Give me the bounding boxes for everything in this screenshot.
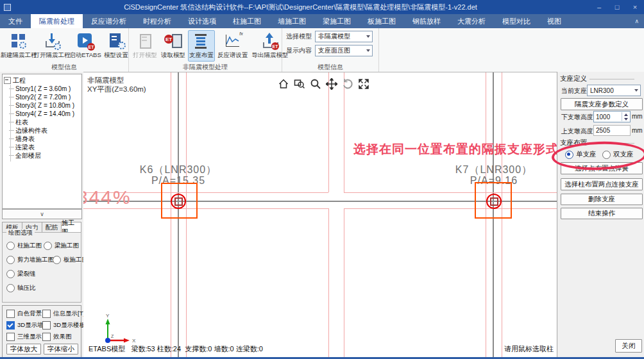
open-model-icon [136,32,154,50]
axis-y-label: Y [106,313,110,319]
ribbon-pin-icon[interactable]: ∧ [629,14,644,28]
open-isolation-project-button[interactable]: 打开隔震工程 [36,30,68,62]
menu-item-wall-drawing[interactable]: 墙施工图 [269,14,314,28]
checkbox-3d-view[interactable]: 三维显示 [6,333,42,341]
menu-item-column-drawing[interactable]: 柱施工图 [225,14,269,28]
view-options-group: 白色背景 信息显示[T] 3D显示墙 3D显示楼板 三维显示 效果图 字体放大 … [2,305,81,358]
draw-options-group: 绘图选项 柱施工图 梁施工图 剪力墙施工图 板施工图 梁裂缝 轴压比 [2,232,81,303]
tree-item-story3[interactable]: Story3( Z = 10.80m ) [3,101,81,110]
current-bearing-dropdown[interactable]: LNR300 [587,85,641,96]
close-window-button[interactable]: × [626,0,644,14]
export-model-icon: ET [261,32,279,50]
chevron-down-icon [634,89,638,92]
bearing-cross-icon: + [492,199,495,204]
menu-item-model-compare[interactable]: 模型对比 [494,14,539,28]
open-model-button: 打开模型 [131,30,158,62]
checkbox-info-display[interactable]: 信息显示[T] [42,310,85,318]
tree-collapse-icon[interactable] [4,77,11,84]
menu-item-large-earthquake[interactable]: 大震分析 [449,14,494,28]
chevron-down-icon [366,35,370,38]
checkbox-white-background[interactable]: 白色背景 [6,310,42,318]
menu-item-isolation-preprocess[interactable]: 隔震前处理 [31,14,83,28]
new-isolation-project-button[interactable]: 新建隔震工程 [3,30,35,62]
model-settings-button[interactable]: 模型设置 [103,30,130,62]
menu-item-view[interactable]: 视图 [539,14,570,28]
tab-construction-drawing[interactable]: 施工图 [62,222,81,233]
spectrum-settings-icon: fx [224,32,242,50]
select-model-label: 选择模型 [286,32,312,41]
minimize-button[interactable]: – [590,0,608,14]
grid-line [344,208,344,358]
place-two-point-link-button[interactable]: 选择柱布置两点连接支座 [561,178,643,190]
tree-root-project[interactable]: 工程 [3,76,81,85]
menu-item-rebar-detailing[interactable]: 钢筋放样 [404,14,449,28]
ribbon: 新建隔震工程 打开隔震工程 ET 启动ETAB [0,28,644,72]
checkbox-3d-wall[interactable]: 3D显示墙 [6,321,44,330]
tree-item-story1[interactable]: Story1( Z = 3.60m ) [3,85,81,93]
close-panel-button[interactable]: 关闭 [615,339,642,353]
radio-slab-drawing[interactable]: 板施工图 [53,256,88,264]
axis-z-label: Z [111,334,114,338]
ribbon-group-model-info: 新建隔震工程 打开隔震工程 ET 启动ETAB [0,28,129,72]
tree-item-story2[interactable]: Story2( Z = 7.20m ) [3,93,81,101]
drawing-canvas[interactable]: 非隔震模型 XY平面(Z=3.60m) 344% [83,72,557,358]
display-content-dropdown[interactable]: 支座面压图 [315,45,373,56]
bearing-layout-button[interactable]: 支座布置 [188,30,215,62]
menu-item-beam-drawing[interactable]: 梁施工图 [314,14,359,28]
spectrum-settings-button[interactable]: fx 反应谱设置 [216,30,250,62]
rotate-icon[interactable] [341,78,354,90]
lower-pier-height-input[interactable]: 1000 [593,111,631,122]
tree-item-story4[interactable]: Story4( Z = 14.40m ) [3,110,81,118]
tree-item-wall-table[interactable]: 墙身表 [3,135,81,143]
menu-item-time-history[interactable]: 时程分析 [135,14,180,28]
bearing-define-section-header: 支座定义 [560,74,634,83]
bearing-cross-icon: + [176,199,180,204]
tree-item-edge-members[interactable]: 边缘构件表 [3,126,81,135]
axis-x-label: X [132,338,136,344]
radio-column-drawing[interactable]: 柱施工图 [6,242,42,250]
annotation-text: 选择在同一位置布置的隔振支座形式 [353,141,557,158]
spinner-control[interactable] [622,112,629,121]
fullscreen-icon[interactable] [357,78,370,90]
checkbox-render-view[interactable]: 效果图 [42,333,72,341]
bearing-parameter-button[interactable]: 隔震支座参数定义 [561,98,643,110]
pan-icon[interactable] [325,78,338,90]
menu-item-file[interactable]: 文件 [0,14,31,28]
ribbon-group-title: 模型信息 [282,63,378,72]
pressure-ratio-watermark: 344% [83,187,131,208]
font-enlarge-button[interactable]: 字体放大 [6,344,41,355]
font-shrink-button[interactable]: 字体缩小 [44,344,78,355]
tree-item-coupling-beam-table[interactable]: 连梁表 [3,143,81,151]
grid-line [344,72,344,192]
app-icon[interactable] [4,4,11,11]
checkbox-3d-slab[interactable]: 3D显示楼板 [42,321,85,330]
radio-axial-ratio[interactable]: 轴压比 [6,284,36,292]
radio-beam-crack[interactable]: 梁裂缝 [6,270,36,278]
tab-reinforcement[interactable]: 配筋 [42,222,62,233]
home-view-icon[interactable] [277,78,290,90]
zoom-icon[interactable] [309,78,322,90]
upper-pier-height-input[interactable]: 2505 [593,125,631,136]
delete-bearing-button[interactable]: 删除支座 [561,194,643,205]
radio-shearwall-drawing[interactable]: 剪力墙施工图 [6,256,54,264]
right-panel: 支座定义 当前支座 LNR300 隔震支座参数定义 下支墩高度 1000 mm … [557,72,644,359]
tree-item-column-table[interactable]: 柱表 [3,118,81,126]
read-model-button[interactable]: ET 读取模型 [160,30,187,62]
maximize-button[interactable]: □ [608,0,626,14]
ribbon-group-title: 非隔震模型处理 [129,63,282,72]
window-title: CiSDesignCenter 筑信达结构设计软件--F:\API测试\Desi… [11,3,590,12]
radio-beam-drawing[interactable]: 梁施工图 [44,242,79,250]
select-model-dropdown[interactable]: 非隔震模型 [315,31,373,42]
menu-item-slab-drawing[interactable]: 板施工图 [359,14,404,28]
menu-item-response-spectrum[interactable]: 反应谱分析 [83,14,135,28]
grid-line [328,208,329,358]
end-operation-button[interactable]: 结束操作 [561,208,643,219]
zoom-window-icon[interactable] [293,78,306,90]
tree-item-all-floors[interactable]: 全部楼层 [3,151,81,160]
view-toolbar [277,78,370,90]
menu-item-design-options[interactable]: 设计选项 [180,14,225,28]
project-tree[interactable]: 工程 Story1( Z = 3.60m ) Story2( Z = 7.20m… [2,74,82,209]
ribbon-group-nonisolated-processing: 打开模型 ET 读取模型 [129,28,282,72]
launch-etabs-button[interactable]: ET 启动ETABS [69,30,101,62]
upper-pier-height-label: 上支墩高度 [561,127,593,136]
